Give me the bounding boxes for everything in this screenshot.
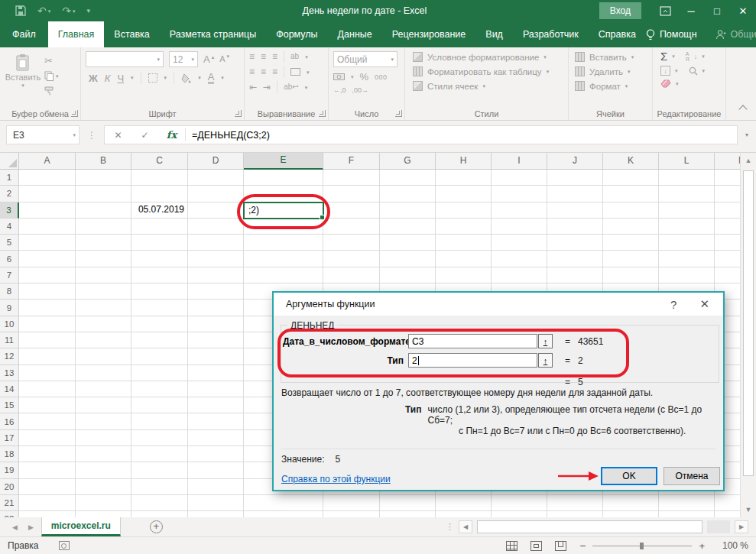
row-header[interactable]: 6 [0, 251, 19, 267]
grid-cell[interactable] [323, 267, 380, 283]
grid-cell[interactable] [188, 348, 244, 364]
grid-cell[interactable] [188, 511, 244, 517]
orientation-icon[interactable]: ab [290, 53, 299, 60]
minimize-button[interactable]: ─ [678, 0, 704, 21]
grid-cell[interactable] [19, 186, 76, 202]
row-header[interactable]: 17 [0, 430, 19, 446]
row-header[interactable]: 12 [0, 348, 19, 364]
row-header[interactable]: 3 [0, 202, 19, 219]
grid-cell[interactable] [188, 430, 244, 446]
row-header[interactable]: 5 [0, 235, 19, 251]
row-header[interactable]: 21 [0, 495, 19, 511]
grid-cell[interactable] [715, 511, 740, 517]
grid-cell[interactable] [244, 219, 323, 235]
grid-cell[interactable] [547, 235, 603, 251]
grid-cell[interactable] [188, 202, 244, 219]
grid-cell[interactable] [131, 462, 188, 478]
grid-cell[interactable] [131, 170, 188, 186]
number-dialog-launcher[interactable] [395, 110, 402, 117]
zoom-in-icon[interactable]: + [699, 540, 705, 552]
autosum-button[interactable]: Σ▾ [660, 50, 675, 62]
dialog-help-icon[interactable]: ? [670, 298, 677, 311]
grid-cell[interactable] [76, 413, 131, 429]
grid-cell[interactable] [244, 170, 323, 186]
grid-cell[interactable] [76, 381, 131, 397]
grid-cell[interactable] [131, 413, 188, 429]
grid-cell[interactable] [19, 283, 76, 300]
alignment-dialog-launcher[interactable] [319, 110, 326, 117]
grid-cell[interactable] [19, 267, 76, 283]
font-color-dropdown-icon[interactable]: ▾ [221, 75, 224, 81]
expand-formula-bar-icon[interactable]: ▾ [738, 131, 756, 138]
zoom-slider-thumb[interactable] [640, 543, 644, 549]
underline-dropdown-icon[interactable]: ▾ [131, 75, 134, 81]
grid-cell[interactable] [188, 235, 244, 251]
grid-cell[interactable] [659, 251, 715, 267]
grid-cell[interactable] [188, 446, 244, 462]
grid-cell[interactable] [436, 495, 492, 511]
grid-cell[interactable] [76, 300, 131, 316]
font-name-combo[interactable]: ▾ [86, 51, 164, 67]
grid-cell[interactable] [436, 186, 492, 202]
grid-cell[interactable] [19, 235, 76, 251]
column-header[interactable]: E [244, 153, 323, 170]
row-header[interactable]: 10 [0, 316, 19, 332]
grid-cell[interactable] [76, 446, 131, 462]
grid-cell[interactable] [76, 495, 131, 511]
grid-cell[interactable] [547, 219, 603, 235]
next-sheet-icon[interactable]: ▶ [28, 523, 34, 531]
redo-button[interactable]: ↷▾ [62, 5, 75, 16]
decrease-indent-icon[interactable]: ⇤ [249, 83, 257, 92]
grid-cell[interactable] [188, 186, 244, 202]
font-size-combo[interactable]: 12▾ [169, 51, 198, 67]
scroll-right-icon[interactable]: ▶ [735, 520, 748, 533]
formula-input-bar[interactable]: ✕ ✓ fx =ДЕНЬНЕД(C3;2) [104, 125, 738, 144]
number-format-combo[interactable]: Общий▾ [333, 51, 397, 67]
cancel-entry-icon[interactable]: ✕ [105, 130, 131, 141]
grid-cell[interactable] [380, 202, 436, 219]
formula-bar-handle[interactable]: ⋮ [87, 130, 96, 141]
grid-cell[interactable] [131, 511, 188, 517]
delete-cells-button[interactable]: Удалить▾ [575, 66, 647, 76]
format-as-table-button[interactable]: Форматировать как таблицу▾ [413, 66, 563, 76]
borders-icon[interactable] [148, 73, 157, 83]
page-break-view-icon[interactable] [555, 541, 566, 551]
row-header[interactable]: 7 [0, 267, 19, 283]
insert-function-icon[interactable]: fx [158, 129, 185, 141]
grid-cell[interactable] [492, 219, 547, 235]
grid-cell[interactable] [76, 332, 131, 348]
grid-cell[interactable] [188, 300, 244, 316]
accounting-format-icon[interactable] [333, 73, 345, 81]
arg2-input[interactable]: 2 [408, 353, 537, 368]
grid-cell[interactable] [19, 462, 76, 478]
file-tab[interactable]: Файл [0, 21, 48, 47]
grid-cell[interactable] [76, 430, 131, 446]
grid-cell[interactable] [380, 495, 436, 511]
grid-cell[interactable] [603, 170, 659, 186]
arg2-collapse-icon[interactable]: ↑ [538, 353, 553, 368]
column-header[interactable]: M [715, 153, 740, 170]
grid-cell[interactable] [188, 332, 244, 348]
grid-cell[interactable] [436, 235, 492, 251]
grid-cell[interactable] [436, 251, 492, 267]
grid-cell[interactable] [715, 267, 740, 283]
row-header[interactable]: 8 [0, 283, 19, 300]
grid-cell[interactable] [547, 170, 603, 186]
grid-cell[interactable] [76, 511, 131, 517]
grid-cell[interactable] [76, 170, 131, 186]
align-top-icon[interactable]: ≡ [249, 52, 255, 61]
grid-cell[interactable] [19, 365, 76, 381]
grid-cell[interactable] [603, 251, 659, 267]
row-header[interactable]: 1 [0, 170, 19, 186]
grid-cell[interactable] [19, 430, 76, 446]
v-scroll-thumb[interactable] [743, 170, 754, 476]
grid-cell[interactable] [659, 495, 715, 511]
wrap-text-icon[interactable]: ab↩ [284, 83, 299, 91]
grid-cell[interactable] [131, 381, 188, 397]
ribbon-tab[interactable]: Главная [48, 21, 105, 47]
grid-cell[interactable] [603, 267, 659, 283]
ribbon-display-options-icon[interactable] [652, 0, 678, 21]
h-scroll-thumb[interactable] [477, 520, 702, 533]
grid-cell[interactable] [323, 235, 380, 251]
copy-button[interactable]: ▾ [44, 71, 59, 81]
